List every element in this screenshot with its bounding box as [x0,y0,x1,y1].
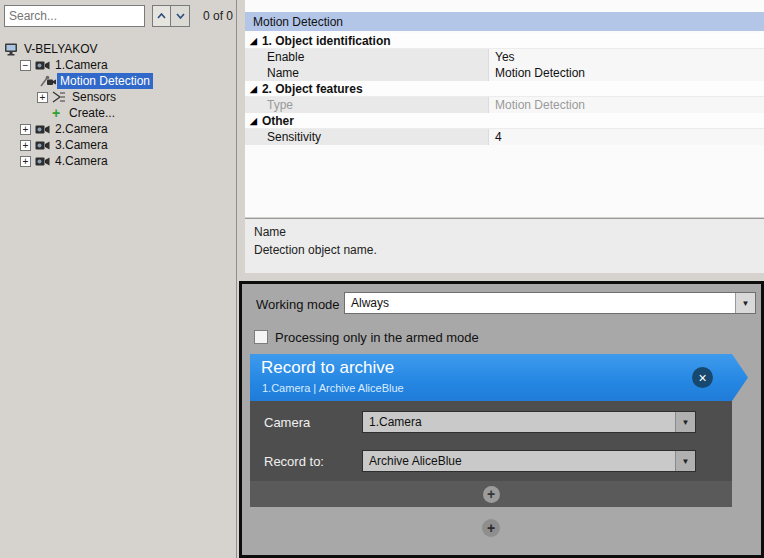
add-rule-button[interactable]: + [482,519,500,537]
group-expander-icon: ◢ [250,84,257,94]
group-label: 1. Object identification [262,34,391,48]
search-input[interactable] [4,5,145,27]
search-nav-buttons [152,5,190,27]
property-row-name: Name Motion Detection [245,65,764,81]
page-title: Motion Detection [253,15,343,29]
tree-item-label: Motion Detection [57,73,153,89]
chevron-down-icon [176,13,185,19]
rule-subtitle: 1.Camera | Archive AliceBlue [262,382,404,394]
close-rule-button[interactable]: × [692,367,713,388]
working-mode-value: Always [345,293,735,313]
property-group-object-identification[interactable]: ◢ 1. Object identification [245,33,764,49]
detection-settings-panel: Working mode Always ▼ Processing only in… [239,281,764,558]
rule-title: Record to archive [261,358,394,378]
properties-panel-title: Motion Detection [245,12,764,31]
rule-footer: + [250,481,732,507]
property-name: Type [245,97,489,113]
add-setting-button[interactable]: + [483,486,500,503]
computer-icon [4,43,21,56]
application-window: 0 of 0 V-BELYAKOV − 1.Camera [0,0,764,558]
property-row-type: Type Motion Detection [245,97,764,113]
property-value[interactable]: 4 [489,129,764,145]
dropdown-arrow-icon[interactable]: ▼ [675,451,695,471]
tree-item-camera-4[interactable]: + 4.Camera [0,153,236,169]
property-group-object-features[interactable]: ◢ 2. Object features [245,81,764,97]
tree-item-label: 4.Camera [52,153,111,169]
group-label: Other [262,114,294,128]
tree-item-label: Create... [66,105,118,121]
expand-toggle-icon[interactable]: + [20,156,31,167]
tree-item-motion-detection[interactable]: Motion Detection [0,73,236,89]
dropdown-arrow-icon[interactable]: ▼ [675,412,695,432]
armed-mode-label: Processing only in the armed mode [275,330,479,345]
search-next-button[interactable] [171,5,190,27]
property-description-box: Name Detection object name. [245,218,764,273]
chevron-up-icon [157,13,166,19]
close-icon: × [698,370,706,386]
camera-icon [35,156,52,167]
property-row-sensitivity: Sensitivity 4 [245,129,764,145]
property-name: Enable [245,49,489,65]
rule-settings-section: Camera 1.Camera ▼ Record to: Archive Ali… [250,401,732,507]
tree-item-label: 1.Camera [52,57,111,73]
device-tree: V-BELYAKOV − 1.Camera Motion Detection + [0,41,236,169]
group-label: 2. Object features [262,82,363,96]
property-value: Motion Detection [489,97,764,113]
create-plus-icon: + [52,107,66,119]
expand-toggle-icon[interactable]: + [20,140,31,151]
description-text: Detection object name. [254,243,755,257]
working-mode-label: Working mode [256,297,340,312]
property-value[interactable]: Motion Detection [489,65,764,81]
description-title: Name [254,225,755,239]
sensors-icon [52,91,69,103]
tree-item-camera-1[interactable]: − 1.Camera [0,57,236,73]
group-expander-icon: ◢ [250,116,257,126]
property-row-enable: Enable Yes [245,49,764,65]
camera-field-label: Camera [264,415,310,430]
record-to-dropdown[interactable]: Archive AliceBlue ▼ [362,450,696,472]
camera-icon [35,140,52,151]
working-mode-dropdown[interactable]: Always ▼ [344,292,756,314]
tree-item-label: 3.Camera [52,137,111,153]
tree-item-create[interactable]: + Create... [0,105,236,121]
plus-icon: + [487,521,495,535]
expand-toggle-icon[interactable]: + [20,124,31,135]
group-expander-icon: ◢ [250,36,257,46]
record-to-field-label: Record to: [264,454,324,469]
tree-item-camera-3[interactable]: + 3.Camera [0,137,236,153]
collapse-toggle-icon[interactable]: − [20,60,31,71]
device-tree-panel: 0 of 0 V-BELYAKOV − 1.Camera [0,0,237,558]
tree-item-label: 2.Camera [52,121,111,137]
armed-mode-checkbox[interactable] [254,330,268,344]
property-group-other[interactable]: ◢ Other [245,113,764,129]
rule-banner: Record to archive 1.Camera | Archive Ali… [250,354,748,401]
expand-toggle-icon[interactable]: + [37,92,48,103]
tree-item-camera-2[interactable]: + 2.Camera [0,121,236,137]
record-to-value: Archive AliceBlue [363,451,675,471]
plus-icon: + [487,487,495,501]
tree-item-sensors[interactable]: + Sensors [0,89,236,105]
search-bar: 0 of 0 [4,5,233,27]
tree-item-label: Sensors [69,89,119,105]
motion-detection-icon [40,75,57,87]
property-value[interactable]: Yes [489,49,764,65]
camera-icon [35,124,52,135]
dropdown-arrow-icon[interactable]: ▼ [735,293,755,313]
property-name: Name [245,65,489,81]
tree-item-label: V-BELYAKOV [21,41,101,57]
search-result-count: 0 of 0 [203,9,233,23]
camera-icon [35,60,52,71]
property-name: Sensitivity [245,129,489,145]
property-grid: ◢ 1. Object identification Enable Yes Na… [245,33,764,145]
search-prev-button[interactable] [152,5,171,27]
camera-value: 1.Camera [363,412,675,432]
tree-item-server[interactable]: V-BELYAKOV [0,41,236,57]
camera-dropdown[interactable]: 1.Camera ▼ [362,411,696,433]
